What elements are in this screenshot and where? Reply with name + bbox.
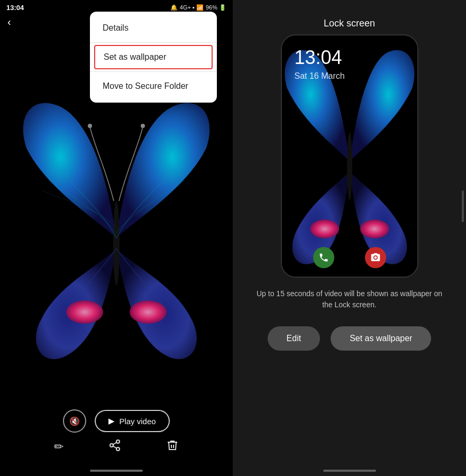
left-panel: 13:04 🔔 4G+ ▪ 📶 96% 🔋 ‹	[0, 0, 233, 476]
share-icon[interactable]	[108, 439, 121, 455]
edit-button[interactable]: Edit	[268, 326, 321, 351]
home-indicator-left	[90, 470, 143, 472]
battery-icon: 96% 🔋	[206, 4, 226, 11]
back-button[interactable]: ‹	[7, 16, 11, 28]
svg-point-0	[66, 300, 103, 324]
dropdown-menu: Details Set as wallpaper Move to Secure …	[90, 12, 217, 103]
delete-icon[interactable]	[166, 439, 179, 455]
mute-play-row: 🔇 ▶ Play video	[63, 409, 169, 433]
play-label: Play video	[119, 417, 156, 426]
phone-bottom-icons	[282, 247, 417, 268]
phone-preview-inner: 13:04 Sat 16 March	[282, 35, 417, 277]
svg-point-12	[360, 219, 389, 238]
play-video-button[interactable]: ▶ Play video	[95, 410, 169, 432]
phone-camera-icon	[365, 247, 386, 268]
edit-icon[interactable]: ✏	[54, 440, 63, 454]
svg-point-2	[113, 201, 120, 286]
action-row: ✏	[0, 439, 233, 455]
bottom-controls: 🔇 ▶ Play video ✏	[0, 409, 233, 455]
svg-point-7	[116, 447, 120, 451]
alarm-icon: 🔔	[170, 4, 178, 11]
play-icon: ▶	[108, 416, 115, 426]
set-wallpaper-button[interactable]: Set as wallpaper	[331, 326, 431, 351]
menu-divider-1	[90, 42, 217, 43]
svg-point-3	[88, 124, 92, 128]
move-secure-menu-item[interactable]: Move to Secure Folder	[90, 74, 217, 98]
signal-bars: 4G+ ▪ 📶	[180, 4, 204, 11]
status-time-left: 13:04	[6, 4, 24, 12]
set-wallpaper-menu-item[interactable]: Set as wallpaper	[94, 45, 213, 69]
status-icons-left: 🔔 4G+ ▪ 📶 96% 🔋	[170, 4, 226, 11]
butterfly-image	[16, 85, 217, 391]
phone-preview-date: Sat 16 March	[295, 71, 345, 81]
scroll-hint	[462, 190, 464, 222]
svg-point-1	[130, 300, 167, 324]
right-panel: Lock screen	[233, 0, 466, 476]
phone-preview-time: 13:04	[295, 48, 342, 67]
svg-point-6	[110, 444, 113, 447]
bottom-buttons: Edit Set as wallpaper	[233, 321, 466, 361]
right-header-title: Lock screen	[233, 15, 466, 34]
status-bar-right	[233, 0, 466, 15]
mute-icon: 🔇	[69, 416, 80, 426]
svg-point-4	[141, 124, 145, 128]
phone-preview: 13:04 Sat 16 March	[281, 34, 418, 278]
phone-call-icon	[313, 247, 334, 268]
svg-line-8	[113, 446, 117, 448]
menu-divider-2	[90, 71, 217, 72]
home-indicator-right	[323, 470, 376, 472]
mute-button[interactable]: 🔇	[63, 409, 86, 433]
details-menu-item[interactable]: Details	[90, 16, 217, 40]
svg-point-5	[116, 440, 120, 443]
svg-line-9	[113, 443, 117, 445]
description-text: Up to 15 seconds of video will be shown …	[233, 278, 466, 321]
svg-point-13	[347, 133, 352, 200]
svg-point-11	[310, 219, 339, 238]
